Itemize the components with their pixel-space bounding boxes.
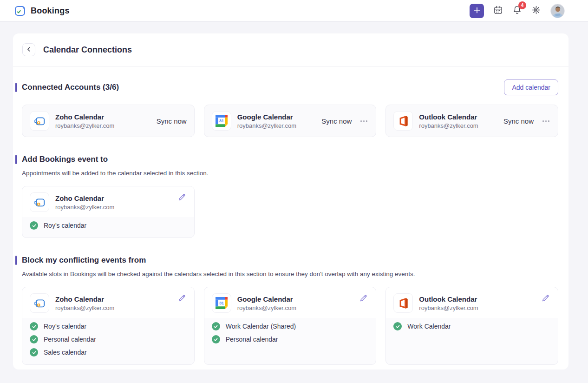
calendar-card-header: Zoho Calendarroybanks@zylker.com (22, 287, 194, 318)
edit-calendars-button[interactable] (541, 293, 550, 304)
section-connected-accounts: Connected Accounts (3/6) Add calendar Zo… (22, 79, 558, 137)
add-calendar-button[interactable]: Add calendar (504, 79, 558, 95)
calendar-provider-name: Google Calendar (237, 295, 296, 303)
calendar-view-button[interactable] (493, 5, 503, 16)
svg-text:31: 31 (219, 119, 224, 123)
gear-icon (531, 5, 541, 16)
calendar-account-info: Zoho Calendarroybanks@zylker.com (55, 194, 114, 211)
calendar-name: Sales calendar (44, 349, 87, 356)
calendar-list-item: Work Calendar (393, 320, 550, 333)
calendar-name: Roy's calendar (44, 222, 86, 229)
zoho-calendar-icon (30, 293, 49, 313)
sync-now-link[interactable]: Sync now (321, 117, 352, 125)
check-circle-icon (212, 322, 220, 330)
calendar-list-item: Roy's calendar (30, 219, 187, 232)
check-circle-icon (30, 221, 38, 230)
account-email: roybanks@zylker.com (237, 122, 296, 129)
check-circle-icon (393, 322, 402, 330)
more-options-button[interactable] (542, 119, 550, 124)
selected-calendars-list: Roy's calendar (22, 217, 194, 238)
google-calendar-icon: 31 (212, 111, 231, 131)
account-email: roybanks@zylker.com (55, 122, 114, 129)
calendar-name: Personal calendar (226, 336, 278, 343)
outlook-calendar-icon (393, 293, 413, 313)
calendar-list-item: Personal calendar (30, 333, 187, 346)
selected-calendars-list: Roy's calendarPersonal calendarSales cal… (22, 318, 194, 364)
calendar-card-header: 31Google Calendarroybanks@zylker.com (204, 287, 376, 318)
account-email: roybanks@zylker.com (55, 304, 114, 311)
calendar-selection-card: 31Google Calendarroybanks@zylker.comWork… (204, 287, 377, 365)
calendar-connections-panel: Calendar Connections Connected Accounts … (13, 33, 568, 370)
connected-accounts-title: Connected Accounts (3/6) (22, 82, 119, 93)
calendar-name: Work Calendar (407, 323, 451, 330)
add-event-title: Add Bookings event to (22, 154, 558, 165)
calendar-account-info: Google Calendarroybanks@zylker.com (237, 113, 296, 129)
block-events-description: Available slots in Bookings will be chec… (22, 271, 558, 277)
calendar-provider-name: Zoho Calendar (55, 194, 114, 202)
edit-calendars-button[interactable] (177, 192, 187, 204)
bookings-logo-icon (14, 5, 26, 17)
check-circle-icon (212, 335, 220, 343)
check-circle-icon (30, 322, 38, 330)
calendar-provider-name: Google Calendar (237, 113, 296, 121)
account-email: roybanks@zylker.com (419, 122, 478, 129)
pencil-icon (178, 297, 186, 304)
check-circle-icon (30, 348, 38, 357)
account-email: roybanks@zylker.com (237, 304, 296, 311)
calendar-provider-name: Outlook Calendar (419, 113, 478, 121)
google-calendar-icon: 31 (212, 293, 231, 313)
connected-accounts-list: Zoho Calendarroybanks@zylker.comSync now… (22, 105, 558, 137)
calendar-account-info: Zoho Calendarroybanks@zylker.com (55, 295, 114, 311)
calendar-selection-card: Zoho Calendarroybanks@zylker.comRoy's ca… (22, 186, 195, 238)
calendar-name: Work Calendar (Shared) (226, 323, 296, 330)
connected-account-card: Zoho Calendarroybanks@zylker.comSync now (22, 105, 195, 137)
calendar-list-item: Sales calendar (30, 346, 187, 359)
edit-calendars-button[interactable] (359, 293, 368, 304)
calendar-provider-name: Zoho Calendar (55, 113, 114, 121)
check-circle-icon (30, 335, 38, 343)
selected-calendars-list: Work Calendar (386, 318, 558, 338)
connected-account-card: 31Google Calendarroybanks@zylker.comSync… (204, 105, 377, 137)
section-add-bookings-event: Add Bookings event to Appointments will … (22, 154, 558, 238)
sync-now-link[interactable]: Sync now (503, 117, 534, 125)
block-events-title: Block my conflicting events from (22, 255, 558, 266)
calendar-list-item: Work Calendar (Shared) (212, 320, 369, 333)
user-avatar[interactable] (550, 4, 565, 18)
edit-calendars-button[interactable] (177, 293, 187, 304)
chevron-left-icon (26, 46, 32, 53)
add-event-calendar-list: Zoho Calendarroybanks@zylker.comRoy's ca… (22, 186, 558, 238)
account-email: roybanks@zylker.com (419, 304, 478, 311)
calendar-selection-card: Zoho Calendarroybanks@zylker.comRoy's ca… (22, 287, 195, 365)
calendar-name: Roy's calendar (44, 323, 86, 330)
sync-now-link[interactable]: Sync now (157, 117, 187, 125)
pencil-icon (359, 297, 367, 304)
connected-account-card: Outlook Calendarroybanks@zylker.comSync … (385, 105, 558, 137)
svg-text:31: 31 (219, 301, 224, 305)
selected-calendars-list: Work Calendar (Shared)Personal calendar (204, 318, 376, 351)
panel-body: Connected Accounts (3/6) Add calendar Zo… (13, 66, 568, 365)
calendar-list-item: Roy's calendar (30, 320, 187, 333)
back-button[interactable] (22, 43, 35, 56)
settings-button[interactable] (531, 5, 541, 16)
calendar-account-info: Google Calendarroybanks@zylker.com (237, 295, 296, 311)
notifications-button[interactable]: 4 (512, 5, 522, 16)
plus-icon (473, 7, 481, 15)
panel-header: Calendar Connections (13, 33, 568, 66)
page-title: Calendar Connections (43, 45, 132, 55)
topbar-actions: 4 (470, 4, 565, 18)
more-options-button[interactable] (359, 119, 368, 124)
pencil-icon (178, 196, 186, 203)
pencil-icon (542, 297, 549, 304)
outlook-calendar-icon (393, 111, 413, 131)
topbar: Bookings (0, 0, 588, 22)
calendar-provider-name: Outlook Calendar (419, 295, 478, 303)
zoho-calendar-icon (30, 192, 49, 212)
calendar-card-header: Zoho Calendarroybanks@zylker.com (22, 186, 194, 217)
section-block-conflicting: Block my conflicting events from Availab… (22, 255, 558, 365)
calendar-account-info: Zoho Calendarroybanks@zylker.com (55, 113, 114, 129)
create-booking-button[interactable] (470, 4, 484, 18)
calendar-provider-name: Zoho Calendar (55, 295, 114, 303)
calendar-card-header: Outlook Calendarroybanks@zylker.com (386, 287, 558, 318)
zoho-calendar-icon (30, 111, 49, 131)
calendar-name: Personal calendar (44, 336, 96, 343)
